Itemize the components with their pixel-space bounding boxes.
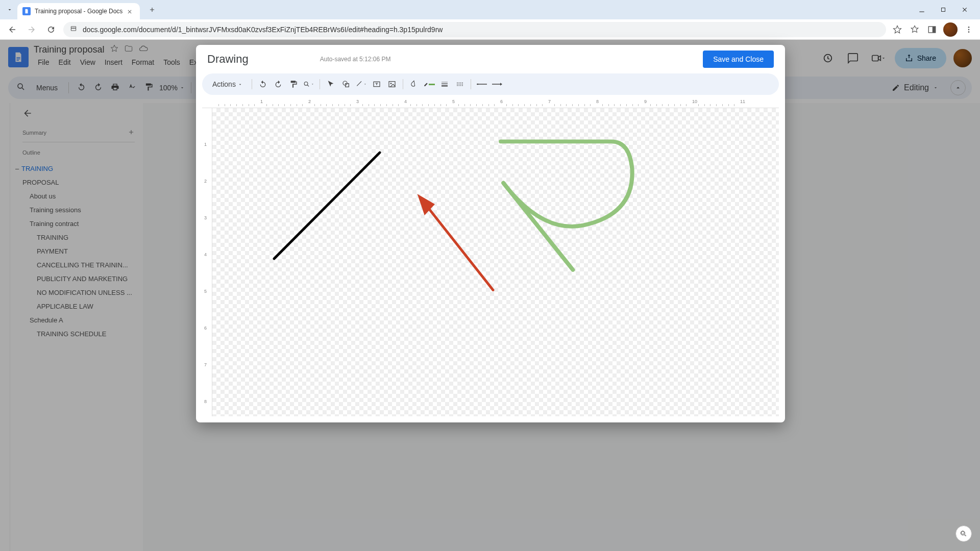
explore-button[interactable] — [955, 525, 972, 542]
close-tab-icon[interactable] — [127, 8, 134, 15]
close-window-icon[interactable] — [959, 4, 971, 16]
new-tab-button[interactable] — [145, 3, 159, 17]
browser-menu-icon[interactable] — [963, 23, 975, 36]
svg-rect-11 — [389, 82, 395, 87]
actions-menu[interactable]: Actions — [208, 78, 247, 90]
maximize-window-icon[interactable] — [937, 4, 949, 16]
back-button[interactable] — [5, 22, 19, 37]
textbox-tool-icon[interactable] — [371, 79, 382, 90]
bookmark-star-icon[interactable] — [891, 23, 903, 36]
select-tool-icon[interactable] — [325, 79, 336, 90]
paint-format-icon[interactable] — [288, 79, 299, 90]
canvas-vertical-ruler: 12345678 — [202, 108, 212, 416]
shape-tool-icon[interactable] — [340, 79, 352, 90]
line-tool-icon[interactable] — [356, 79, 367, 90]
docs-favicon-icon — [22, 7, 31, 15]
svg-point-4 — [968, 31, 970, 33]
browser-tab-strip: Training proposal - Google Docs — [0, 0, 980, 19]
zoom-icon[interactable] — [303, 79, 314, 90]
panel-icon[interactable] — [926, 23, 938, 36]
drawing-canvas[interactable] — [212, 108, 779, 416]
border-color-icon[interactable] — [424, 79, 435, 90]
drawing-modal: Drawing Auto-saved at 5:12:06 PM Save an… — [196, 45, 785, 422]
site-info-icon[interactable] — [69, 24, 78, 35]
profile-avatar[interactable] — [943, 22, 958, 37]
browser-address-bar: docs.google.com/document/d/1_bintwsrJVFM… — [0, 19, 980, 40]
red-arrow-shape[interactable] — [418, 194, 493, 290]
drawing-toolbar: Actions — [202, 73, 779, 95]
minimize-window-icon[interactable] — [916, 4, 928, 16]
green-scribble-shape[interactable] — [501, 141, 632, 270]
forward-button[interactable] — [24, 22, 39, 37]
reload-button[interactable] — [44, 22, 58, 37]
svg-point-8 — [343, 81, 347, 85]
fill-color-icon[interactable] — [408, 79, 420, 90]
browser-tab[interactable]: Training proposal - Google Docs — [17, 3, 140, 19]
url-text: docs.google.com/document/d/1_bintwsrJVFM… — [83, 26, 443, 34]
undo-icon[interactable] — [257, 79, 268, 90]
line-end-icon[interactable] — [492, 79, 503, 90]
extensions-icon[interactable] — [909, 23, 921, 36]
svg-point-14 — [477, 84, 479, 85]
svg-point-3 — [968, 29, 970, 30]
redo-icon[interactable] — [273, 79, 284, 90]
border-dash-icon[interactable] — [454, 79, 465, 90]
svg-point-12 — [390, 83, 392, 84]
tab-title: Training proposal - Google Docs — [35, 8, 122, 15]
modal-title: Drawing — [207, 53, 249, 66]
tabs-dropdown[interactable] — [4, 4, 15, 15]
svg-point-2 — [968, 27, 970, 28]
line-start-icon[interactable] — [476, 79, 487, 90]
save-and-close-button[interactable]: Save and Close — [703, 51, 774, 68]
svg-line-16 — [425, 203, 493, 290]
horizontal-ruler: 1234567891011 — [202, 98, 779, 108]
border-weight-icon[interactable] — [439, 79, 450, 90]
svg-point-7 — [304, 82, 308, 86]
autosave-status: Auto-saved at 5:12:06 PM — [320, 56, 391, 63]
black-line-shape[interactable] — [274, 153, 380, 259]
svg-rect-1 — [933, 27, 936, 33]
image-tool-icon[interactable] — [386, 79, 398, 90]
url-field[interactable]: docs.google.com/document/d/1_bintwsrJVFM… — [63, 22, 886, 37]
